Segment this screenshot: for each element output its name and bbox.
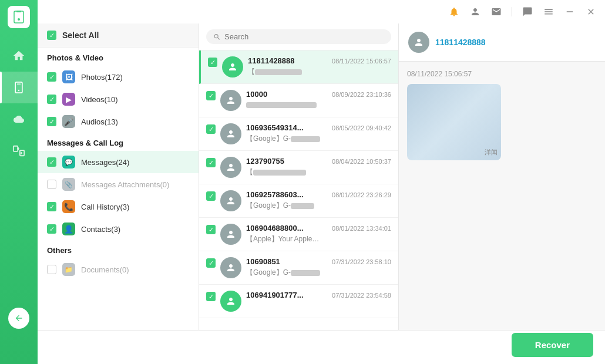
msg-avatar-6: [220, 257, 241, 278]
message-row-1[interactable]: ✓ 10000 08/09/2022 23:10:36: [199, 84, 398, 117]
msg-checkbox-6[interactable]: ✓: [206, 258, 216, 268]
documents-item[interactable]: 📁 Documents(0): [38, 258, 199, 281]
msg-sender-5: 106904688800...: [246, 224, 304, 232]
msg-avatar-1: [220, 90, 241, 111]
msg-checkbox-0[interactable]: ✓: [208, 58, 217, 67]
msg-checkbox-2[interactable]: ✓: [206, 124, 216, 134]
select-all-row[interactable]: ✓ Select All: [38, 23, 199, 48]
msg-top-1: 10000 08/09/2022 23:10:36: [246, 90, 391, 99]
msg-content-0: 11811428888 08/11/2022 15:06:57 【: [248, 56, 391, 77]
msg-content-5: 106904688800... 08/01/2022 13:34:01 【App…: [246, 224, 391, 244]
msg-time-2: 08/05/2022 09:40:42: [332, 124, 391, 132]
msg-content-3: 123790755 08/04/2022 10:50:37 【: [246, 157, 391, 177]
detail-panel: 11811428888 08/11/2022 15:06:57 洋闻: [399, 23, 605, 364]
app-container: ✓ Select All Photos & Video ✓ 🖼 Photos(1…: [0, 0, 605, 364]
msg-sender-7: 106941901777...: [246, 291, 304, 299]
msg-content-4: 106925788603... 08/01/2022 23:26:29 【Goo…: [246, 190, 391, 211]
photos-checkbox[interactable]: ✓: [47, 72, 56, 82]
sidebar-item-transfer[interactable]: [0, 135, 38, 167]
call-icon: 📞: [62, 200, 75, 213]
msg-top-7: 106941901777... 07/31/2022 23:54:58: [246, 291, 391, 299]
call-history-label: Call History(3): [81, 203, 129, 211]
recover-button[interactable]: Recover: [512, 333, 593, 357]
msg-content-7: 106941901777... 07/31/2022 23:54:58: [246, 291, 391, 301]
documents-checkbox[interactable]: [47, 265, 56, 274]
msg-checkbox-4[interactable]: ✓: [206, 191, 216, 201]
message-row-7[interactable]: ✓ 106941901777... 07/31/2022 23:54:58: [199, 285, 398, 318]
contacts-item[interactable]: ✓ 👤 Contacts(3): [38, 218, 199, 240]
sidebar-item-cloud[interactable]: [0, 103, 38, 135]
message-row-3[interactable]: ✓ 123790755 08/04/2022 10:50:37 【: [199, 151, 398, 184]
svg-point-4: [18, 90, 20, 92]
message-row-2[interactable]: ✓ 106936549314... 08/05/2022 09:40:42 【G…: [199, 117, 398, 151]
msg-checkbox-7[interactable]: ✓: [206, 292, 216, 301]
call-history-item[interactable]: ✓ 📞 Call History(3): [38, 196, 199, 218]
search-input-wrap[interactable]: [206, 29, 391, 44]
sidebar-nav: [0, 0, 38, 364]
message-row-0[interactable]: ✓ 11811428888 08/11/2022 15:06:57 【: [199, 50, 398, 84]
msg-sender-4: 106925788603...: [246, 190, 304, 199]
msg-top-3: 123790755 08/04/2022 10:50:37: [246, 157, 391, 166]
videos-checkbox[interactable]: ✓: [47, 95, 56, 104]
content-body: ✓ Select All Photos & Video ✓ 🖼 Photos(1…: [38, 23, 605, 364]
msg-sender-2: 106936549314...: [246, 123, 304, 132]
select-all-label: Select All: [62, 31, 99, 40]
separator-1: [512, 7, 512, 16]
audios-checkbox[interactable]: ✓: [47, 117, 56, 126]
detail-avatar: [408, 32, 429, 53]
back-button[interactable]: [8, 308, 29, 329]
message-row-5[interactable]: ✓ 106904688800... 08/01/2022 13:34:01 【A…: [199, 218, 398, 251]
select-all-checkbox[interactable]: ✓: [47, 31, 56, 40]
msg-checkbox-5[interactable]: ✓: [206, 225, 216, 234]
msg-time-1: 08/09/2022 23:10:36: [332, 91, 391, 98]
messages-attachments-checkbox[interactable]: [47, 180, 56, 189]
messages-icon: 💬: [62, 156, 75, 168]
messages-section: Messages & Call Log ✓ 💬 Messages(24) 📎 M…: [38, 133, 199, 240]
notification-icon[interactable]: [446, 4, 462, 20]
message-row-4[interactable]: ✓ 106925788603... 08/01/2022 23:26:29 【G…: [199, 184, 398, 218]
msg-time-3: 08/04/2022 10:50:37: [332, 158, 391, 165]
documents-label: Documents(0): [81, 265, 129, 274]
minimize-icon[interactable]: [562, 4, 578, 20]
videos-icon: ▶: [62, 93, 75, 106]
search-input[interactable]: [224, 32, 384, 41]
msg-content-2: 106936549314... 08/05/2022 09:40:42 【Goo…: [246, 123, 391, 144]
app-logo: [8, 6, 30, 28]
msg-sender-1: 10000: [246, 90, 267, 99]
sidebar-item-home[interactable]: [0, 40, 38, 72]
mail-icon[interactable]: [488, 4, 505, 20]
msg-preview-6: 【Google】G-: [246, 268, 391, 278]
photos-video-header: Photos & Video: [38, 48, 199, 66]
search-icon: [213, 33, 221, 41]
call-history-checkbox[interactable]: ✓: [47, 202, 56, 211]
profile-icon[interactable]: [467, 4, 483, 20]
detail-image-inner: 洋闻: [407, 84, 501, 160]
sidebar-item-device[interactable]: [0, 72, 38, 103]
contacts-icon: 👤: [62, 223, 75, 235]
photos-item[interactable]: ✓ 🖼 Photos(172): [38, 66, 199, 88]
msg-preview-1: [246, 100, 391, 109]
msg-preview-5: 【Apple】Your Apple…: [246, 234, 391, 244]
contacts-checkbox[interactable]: ✓: [47, 224, 56, 234]
audios-item[interactable]: ✓ 🎤 Audios(13): [38, 110, 199, 133]
msg-content-6: 10690851 07/31/2022 23:58:10 【Google】G-: [246, 257, 391, 278]
messages-item[interactable]: ✓ 💬 Messages(24): [38, 151, 199, 173]
back-button-container: [8, 308, 29, 329]
messages-attachments-item[interactable]: 📎 Messages Attachments(0): [38, 173, 199, 196]
speech-icon[interactable]: [519, 4, 536, 20]
svg-rect-1: [16, 11, 21, 12]
others-section: Others 📁 Documents(0): [38, 240, 199, 281]
messages-checkbox[interactable]: ✓: [47, 157, 56, 167]
photos-label: Photos(172): [81, 73, 123, 82]
videos-item[interactable]: ✓ ▶ Videos(10): [38, 88, 199, 110]
msg-time-4: 08/01/2022 23:26:29: [332, 191, 391, 198]
close-icon[interactable]: [583, 4, 599, 20]
msg-checkbox-3[interactable]: ✓: [206, 158, 216, 167]
others-header: Others: [38, 240, 199, 258]
detail-image: 洋闻: [407, 84, 501, 160]
detail-body: 08/11/2022 15:06:57 洋闻: [399, 62, 605, 364]
message-row-6[interactable]: ✓ 10690851 07/31/2022 23:58:10 【Google】G…: [199, 251, 398, 285]
menu-icon[interactable]: [540, 4, 557, 20]
msg-checkbox-1[interactable]: ✓: [206, 91, 216, 100]
msg-top-6: 10690851 07/31/2022 23:58:10: [246, 257, 391, 266]
